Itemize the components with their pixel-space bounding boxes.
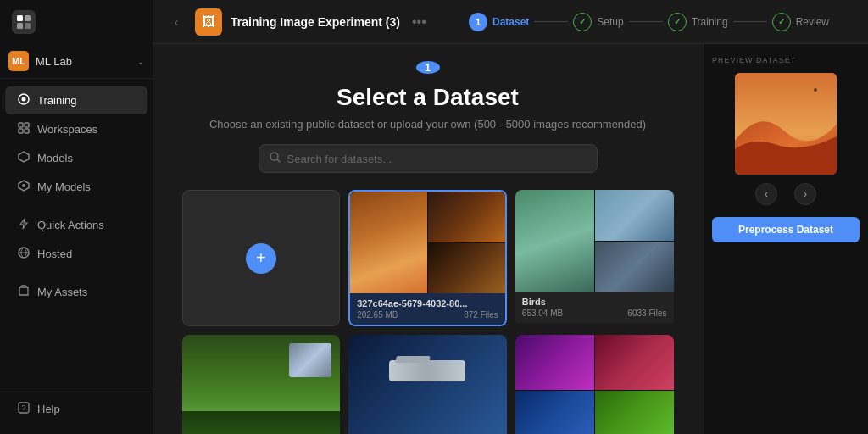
sidebar-item-help[interactable]: ? Help [5,395,147,423]
preview-image [735,73,837,175]
step-dataset-num: 1 [469,13,487,31]
add-dataset-card[interactable]: + [182,190,341,326]
svg-rect-9 [25,129,29,133]
help-icon: ? [17,402,31,416]
sidebar-item-label: My Assets [37,286,87,298]
card-name: Birds [522,297,667,307]
preview-prev-button[interactable]: ‹ [755,183,777,205]
svg-rect-6 [19,123,23,127]
svg-rect-7 [25,123,29,127]
svg-point-10 [22,184,25,187]
card-info: 327c64ae-5679-4032-80... 202.65 MB 872 F… [350,293,505,325]
back-button[interactable]: ‹ [166,12,186,32]
sidebar-item-my-assets[interactable]: My Assets [5,278,147,306]
svg-rect-2 [17,23,23,29]
panel-step-badge: 1 [416,61,440,74]
search-icon [270,152,281,165]
dataset-card-327c64ae[interactable]: 327c64ae-5679-4032-80... 202.65 MB 872 F… [348,190,507,326]
sidebar-bottom: ? Help [0,387,153,434]
workspaces-icon [17,122,31,136]
svg-rect-3 [25,23,31,29]
sidebar-item-label: Workspaces [37,123,97,136]
step-training-num: ✓ [668,13,687,31]
add-icon: + [246,243,276,274]
svg-rect-8 [19,129,23,133]
sidebar-item-label: Training [37,94,76,107]
search-input[interactable] [287,153,587,165]
step-review[interactable]: ✓ Review [772,13,829,31]
card-img-1 [350,192,427,293]
dataset-panel: 1 Select a Dataset Choose an existing pu… [153,44,703,434]
preview-panel: PREVIEW DATASET [703,44,868,434]
more-options-button[interactable]: ••• [412,14,426,30]
step-review-label: Review [796,16,829,28]
my-models-icon [17,180,31,194]
card-size: 202.65 MB [357,310,398,320]
step-dataset[interactable]: 1 Dataset [469,13,529,31]
panel-title: Select a Dataset [337,84,519,111]
card-img-bird1 [515,190,594,292]
app-logo [12,10,36,34]
card-name: 327c64ae-5679-4032-80... [357,298,498,309]
sidebar-item-label: My Models [37,181,91,193]
preview-navigation: ‹ › [755,183,816,205]
card-img-2 [428,192,505,242]
card-meta: 653.04 MB 6033 Files [522,309,667,318]
logo-area [0,0,153,44]
models-icon [17,151,31,165]
workspace-avatar: ML [8,51,29,71]
sidebar-item-label: Quick Actions [37,219,104,231]
dataset-card-graffiti[interactable]: Graffiti [515,335,674,434]
dataset-card-landscape[interactable]: Landscapes [182,335,341,434]
card-img-3 [428,243,505,294]
search-bar[interactable] [259,144,598,173]
sidebar-item-label: Hosted [37,248,72,260]
card-img-bird2 [595,190,674,241]
quick-actions-icon [17,218,31,232]
dataset-card-planes[interactable]: Planes [348,335,507,434]
sidebar-item-workspaces[interactable]: Workspaces [5,115,147,143]
svg-point-5 [22,97,26,102]
step-review-num: ✓ [772,13,791,31]
chevron-down-icon: ⌄ [137,57,144,66]
sidebar-item-hosted[interactable]: Hosted [5,240,147,268]
sidebar-item-training[interactable]: Training [5,86,147,114]
sidebar: ML ML Lab ⌄ Training Workspaces Models [0,0,153,434]
workspace-selector[interactable]: ML ML Lab ⌄ [0,44,153,79]
svg-text:?: ? [22,403,26,412]
svg-rect-1 [25,15,31,21]
card-info: Birds 653.04 MB 6033 Files [515,292,674,323]
sidebar-item-label: Help [37,403,60,415]
step-setup-label: Setup [597,16,623,28]
preprocess-dataset-button[interactable]: Preprocess Dataset [712,217,860,242]
workspace-name: ML Lab [36,55,131,68]
sidebar-item-quick-actions[interactable]: Quick Actions [5,211,147,239]
step-setup-num: ✓ [573,13,592,31]
training-icon [17,93,31,108]
step-training-label: Training [692,16,728,28]
content-area: 1 Select a Dataset Choose an existing pu… [153,44,868,434]
dataset-grid: + 32 [182,190,674,434]
step-training[interactable]: ✓ Training [668,13,728,31]
main-area: ‹ 🖼 Training Image Experiment (3) ••• 1 … [153,0,868,434]
sidebar-item-label: Models [37,152,73,164]
nav-menu: Training Workspaces Models My Models [0,79,153,387]
card-size: 653.04 MB [522,309,563,318]
my-assets-icon [17,285,31,299]
sidebar-item-my-models[interactable]: My Models [5,173,147,201]
dataset-card-birds[interactable]: Birds 653.04 MB 6033 Files [515,190,674,326]
preview-label: PREVIEW DATASET [712,56,796,64]
experiment-title: Training Image Experiment (3) [231,15,400,29]
sidebar-item-models[interactable]: Models [5,144,147,172]
experiment-icon: 🖼 [195,8,222,36]
preview-next-button[interactable]: › [794,183,816,205]
step-setup[interactable]: ✓ Setup [573,13,623,31]
step-dataset-label: Dataset [492,16,529,28]
topbar: ‹ 🖼 Training Image Experiment (3) ••• 1 … [153,0,868,44]
hosted-icon [17,247,31,261]
card-img-bird3 [595,242,674,292]
svg-point-16 [814,88,817,92]
card-files: 872 Files [464,310,498,320]
steps-indicator: 1 Dataset ✓ Setup ✓ Training ✓ Review [469,13,829,31]
panel-subtitle: Choose an existing public dataset or upl… [209,118,646,131]
